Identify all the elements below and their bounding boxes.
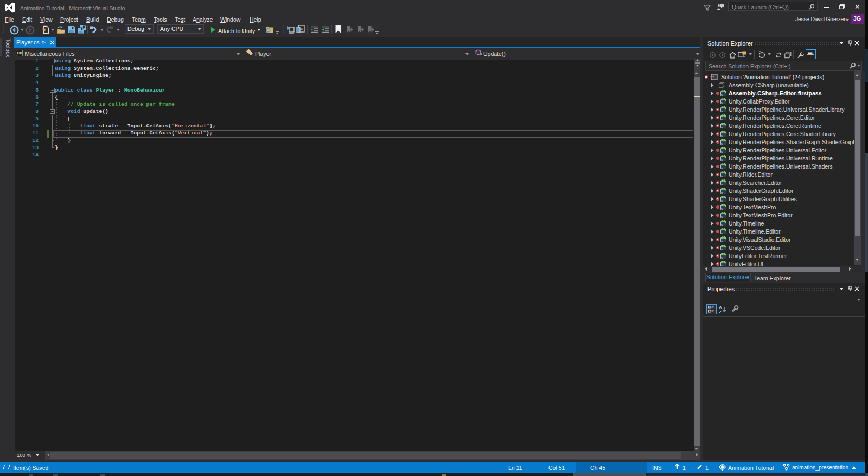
svg-text:Z: Z (719, 310, 722, 313)
